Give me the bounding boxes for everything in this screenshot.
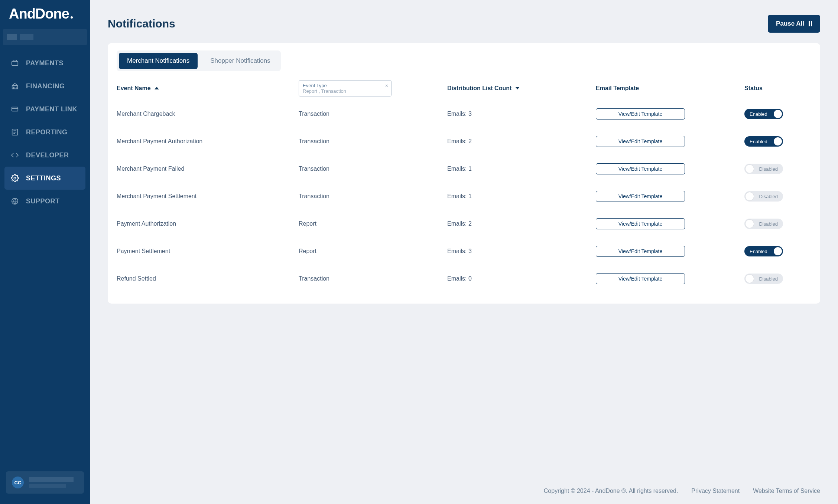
cell-distribution: Emails: 2 [447,220,596,227]
cell-status: Enabled [744,109,811,119]
status-toggle[interactable]: Disabled [744,219,783,229]
nav-payments[interactable]: PAYMENTS [0,52,90,75]
cell-event-type: Transaction [299,111,447,117]
privacy-link[interactable]: Privacy Statement [691,488,740,494]
notifications-panel: Merchant Notifications Shopper Notificat… [108,43,820,304]
view-edit-template-button[interactable]: View/Edit Template [596,218,685,229]
cell-event-type: Transaction [299,166,447,172]
terms-link[interactable]: Website Terms of Service [753,488,820,494]
cell-distribution: Emails: 1 [447,166,596,172]
status-toggle[interactable]: Disabled [744,164,783,174]
view-edit-template-button[interactable]: View/Edit Template [596,246,685,257]
cell-template: View/Edit Template [596,191,744,202]
status-toggle[interactable]: Disabled [744,274,783,284]
table-row: Payment AuthorizationReportEmails: 2View… [117,210,811,238]
cell-event-name: Merchant Payment Failed [117,166,299,172]
developer-icon [10,151,19,160]
event-type-filter[interactable]: Event Type Report , Transaction × [299,80,392,96]
col-event-type[interactable]: Event Type Report , Transaction × [299,80,447,96]
pause-all-button[interactable]: Pause All [768,15,820,33]
brand-dot-icon [71,16,73,19]
cell-event-name: Refund Settled [117,275,299,282]
cell-status: Disabled [744,164,811,174]
svg-point-3 [14,177,16,179]
brand-logo: AndDone [0,6,90,26]
copyright: Copyright © 2024 - AndDone ®. All rights… [544,488,678,494]
table-body: Merchant ChargebackTransactionEmails: 3V… [117,100,811,292]
table-row: Merchant Payment FailedTransactionEmails… [117,155,811,183]
table-row: Merchant Payment SettlementTransactionEm… [117,183,811,210]
view-edit-template-button[interactable]: View/Edit Template [596,108,685,120]
clear-filter-icon[interactable]: × [385,83,388,89]
user-card[interactable]: CC [6,471,84,494]
status-label: Enabled [750,139,767,144]
filter-value: Report , Transaction [303,88,387,94]
cell-status: Disabled [744,219,811,229]
status-toggle[interactable]: Disabled [744,191,783,202]
table-row: Refund SettledTransactionEmails: 0View/E… [117,265,811,292]
col-label: Email Template [596,85,639,92]
settings-icon [10,174,19,183]
tab-shopper-notifications[interactable]: Shopper Notifications [202,53,279,69]
view-edit-template-button[interactable]: View/Edit Template [596,136,685,147]
cell-distribution: Emails: 0 [447,275,596,282]
cell-status: Enabled [744,136,811,147]
sort-desc-icon [515,87,520,89]
nav-label: PAYMENT LINK [26,105,77,113]
nav-label: PAYMENTS [26,59,64,67]
cell-event-type: Transaction [299,138,447,145]
table-header: Event Name Event Type Report , Transacti… [117,78,811,100]
cell-template: View/Edit Template [596,163,744,174]
nav-developer[interactable]: DEVELOPER [0,144,90,167]
col-status: Status [744,85,811,92]
nav-label: DEVELOPER [26,151,69,159]
status-label: Disabled [759,194,778,199]
merchant-selector[interactable] [3,29,87,45]
cell-event-name: Merchant Payment Settlement [117,193,299,200]
nav-label: FINANCING [26,82,65,90]
nav-financing[interactable]: FINANCING [0,75,90,98]
view-edit-template-button[interactable]: View/Edit Template [596,163,685,174]
col-distribution[interactable]: Distribution List Count [447,85,596,92]
view-edit-template-button[interactable]: View/Edit Template [596,191,685,202]
sort-asc-icon [155,87,159,89]
tab-bar: Merchant Notifications Shopper Notificat… [117,50,281,71]
status-label: Disabled [759,166,778,172]
status-toggle[interactable]: Enabled [744,109,783,119]
col-event-name[interactable]: Event Name [117,85,299,92]
support-icon [10,197,19,206]
status-label: Enabled [750,111,767,117]
table-row: Merchant ChargebackTransactionEmails: 3V… [117,100,811,128]
filter-label: Event Type [303,83,387,88]
cell-template: View/Edit Template [596,273,744,284]
status-label: Enabled [750,249,767,254]
status-label: Disabled [759,221,778,227]
cell-template: View/Edit Template [596,246,744,257]
footer: Copyright © 2024 - AndDone ®. All rights… [108,488,820,494]
col-label: Event Name [117,85,151,92]
cell-template: View/Edit Template [596,218,744,229]
payment-link-icon [10,105,19,114]
cell-event-type: Report [299,220,447,227]
view-edit-template-button[interactable]: View/Edit Template [596,273,685,284]
nav-payment-link[interactable]: PAYMENT LINK [0,98,90,121]
nav-label: SETTINGS [26,174,61,182]
status-toggle[interactable]: Enabled [744,136,783,147]
payments-icon [10,59,19,68]
user-meta [29,477,74,488]
status-toggle[interactable]: Enabled [744,246,783,256]
tab-merchant-notifications[interactable]: Merchant Notifications [119,53,198,69]
table-row: Merchant Payment AuthorizationTransactio… [117,128,811,155]
svg-rect-0 [12,61,18,65]
nav-settings[interactable]: SETTINGS [4,167,85,190]
cell-distribution: Emails: 3 [447,111,596,117]
col-template: Email Template [596,85,744,92]
main-content: Notifications Pause All Merchant Notific… [90,0,838,504]
cell-event-name: Payment Settlement [117,248,299,255]
svg-rect-1 [12,107,18,111]
cell-event-name: Merchant Payment Authorization [117,138,299,145]
cell-event-name: Payment Authorization [117,220,299,227]
reporting-icon [10,128,19,137]
nav-reporting[interactable]: REPORTING [0,121,90,144]
nav-support[interactable]: SUPPORT [0,190,90,213]
